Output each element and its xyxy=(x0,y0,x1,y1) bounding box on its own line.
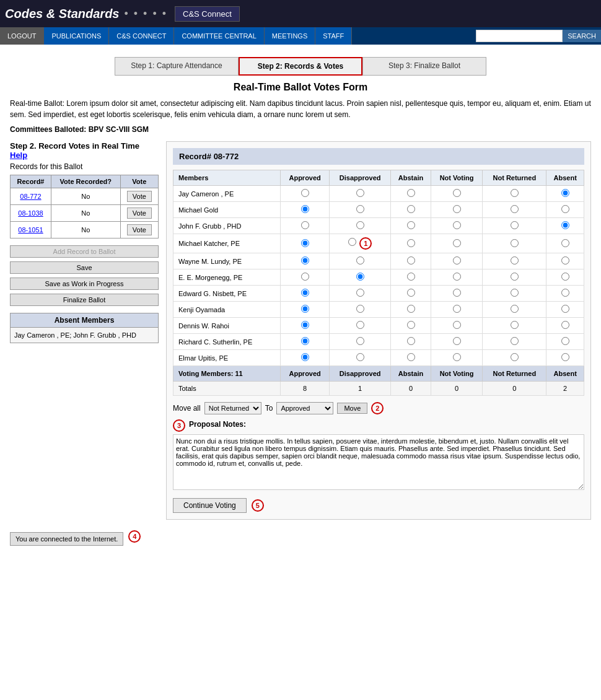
radio-absent[interactable] xyxy=(546,302,584,318)
radio-not-voting[interactable] xyxy=(431,186,483,202)
continue-voting-button[interactable]: Continue Voting xyxy=(173,498,247,513)
finalize-ballot-button[interactable]: Finalize Ballot xyxy=(10,294,159,306)
radio-abstain[interactable] xyxy=(391,350,431,366)
nav-logout[interactable]: LOGOUT xyxy=(0,27,44,45)
radio-abstain[interactable] xyxy=(391,269,431,286)
radio-approved[interactable] xyxy=(281,269,330,286)
radio-not-voting[interactable] xyxy=(431,253,483,269)
radio-not-voting[interactable] xyxy=(431,202,483,218)
radio-abstain[interactable] xyxy=(391,286,431,302)
radio-approved[interactable] xyxy=(281,253,330,269)
radio-approved[interactable] xyxy=(281,334,330,350)
radio-absent[interactable] xyxy=(546,350,584,366)
radio-disapproved[interactable] xyxy=(330,186,391,202)
search-input[interactable] xyxy=(476,30,563,42)
radio-absent[interactable] xyxy=(546,202,584,218)
move-button[interactable]: Move xyxy=(337,403,367,414)
radio-not-voting[interactable] xyxy=(431,318,483,334)
nav-staff[interactable]: STAFF xyxy=(315,27,352,45)
add-record-button[interactable]: Add Record to Ballot xyxy=(10,245,159,258)
radio-disapproved[interactable] xyxy=(330,269,391,286)
radio-not-voting[interactable] xyxy=(431,350,483,366)
proposal-notes-textarea[interactable]: Nunc non dui a risus tristique mollis. I… xyxy=(173,434,584,490)
nav-committee-central[interactable]: COMMITTEE CENTRAL xyxy=(174,27,264,45)
vote-button-08-1051[interactable]: Vote xyxy=(127,224,152,235)
radio-not-voting[interactable] xyxy=(431,302,483,318)
vote-button-08-772[interactable]: Vote xyxy=(127,191,152,202)
radio-absent[interactable] xyxy=(546,234,584,253)
radio-disapproved[interactable] xyxy=(330,318,391,334)
table-row: 08-1051 No Vote xyxy=(11,222,159,238)
record-link-08-1051[interactable]: 08-1051 xyxy=(11,222,51,238)
nav-publications[interactable]: PUBLICATIONS xyxy=(44,27,109,45)
save-wip-button[interactable]: Save as Work in Progress xyxy=(10,278,159,290)
record-link-08-772[interactable]: 08-772 xyxy=(11,188,51,205)
radio-not-returned[interactable] xyxy=(483,302,546,318)
radio-not-voting[interactable] xyxy=(431,286,483,302)
radio-absent[interactable] xyxy=(546,218,584,234)
radio-disapproved[interactable] xyxy=(330,334,391,350)
radio-not-returned[interactable] xyxy=(483,253,546,269)
radio-not-returned[interactable] xyxy=(483,350,546,366)
radio-abstain[interactable] xyxy=(391,202,431,218)
radio-disapproved[interactable] xyxy=(330,253,391,269)
radio-disapproved[interactable] xyxy=(330,202,391,218)
radio-abstain[interactable] xyxy=(391,302,431,318)
radio-not-returned[interactable] xyxy=(483,202,546,218)
radio-not-voting[interactable] xyxy=(431,334,483,350)
record-link-08-1038[interactable]: 08-1038 xyxy=(11,205,51,222)
radio-approved[interactable] xyxy=(281,218,330,234)
step1-tab[interactable]: Step 1: Capture Attendance xyxy=(115,57,239,76)
vote-recorded-08-772: No xyxy=(51,188,120,205)
radio-not-voting[interactable] xyxy=(431,234,483,253)
radio-approved[interactable] xyxy=(281,318,330,334)
save-button[interactable]: Save xyxy=(10,261,159,274)
radio-abstain[interactable] xyxy=(391,334,431,350)
radio-abstain[interactable] xyxy=(391,218,431,234)
radio-disapproved[interactable] xyxy=(330,350,391,366)
help-link[interactable]: Help xyxy=(10,151,27,160)
total-not-voting: 0 xyxy=(431,382,483,396)
radio-absent[interactable] xyxy=(546,186,584,202)
radio-approved[interactable] xyxy=(281,302,330,318)
radio-approved[interactable] xyxy=(281,286,330,302)
radio-absent[interactable] xyxy=(546,318,584,334)
vote-button-08-1038[interactable]: Vote xyxy=(127,208,152,219)
total-not-returned: 0 xyxy=(483,382,546,396)
radio-abstain[interactable] xyxy=(391,318,431,334)
cs-connect-button[interactable]: C&S Connect xyxy=(175,6,240,22)
radio-disapproved[interactable] xyxy=(330,218,391,234)
col-record: Record# xyxy=(11,175,51,188)
radio-not-returned[interactable] xyxy=(483,234,546,253)
radio-disapproved[interactable] xyxy=(330,302,391,318)
nav-meetings[interactable]: MEETINGS xyxy=(265,27,315,45)
radio-abstain[interactable] xyxy=(391,253,431,269)
radio-absent[interactable] xyxy=(546,253,584,269)
radio-not-returned[interactable] xyxy=(483,218,546,234)
radio-not-returned[interactable] xyxy=(483,269,546,286)
radio-disapproved[interactable] xyxy=(330,286,391,302)
radio-not-returned[interactable] xyxy=(483,286,546,302)
radio-not-returned[interactable] xyxy=(483,334,546,350)
table-row: John F. Grubb , PHD xyxy=(173,218,584,234)
nav-cs-connect[interactable]: C&S CONNECT xyxy=(109,27,174,45)
radio-approved[interactable] xyxy=(281,234,330,253)
radio-abstain[interactable] xyxy=(391,234,431,253)
radio-abstain[interactable] xyxy=(391,186,431,202)
radio-disapproved[interactable]: 1 xyxy=(330,234,391,253)
radio-not-returned[interactable] xyxy=(483,318,546,334)
search-button[interactable]: SEARCH xyxy=(563,30,601,42)
radio-approved[interactable] xyxy=(281,186,330,202)
step3-tab[interactable]: Step 3: Finalize Ballot xyxy=(362,57,486,76)
radio-not-voting[interactable] xyxy=(431,218,483,234)
radio-not-voting[interactable] xyxy=(431,269,483,286)
radio-approved[interactable] xyxy=(281,350,330,366)
move-all-from-select[interactable]: Not Returned Approved Disapproved Abstai… xyxy=(204,402,261,414)
radio-absent[interactable] xyxy=(546,286,584,302)
radio-absent[interactable] xyxy=(546,334,584,350)
move-all-to-select[interactable]: Approved Disapproved Abstain Not Voting … xyxy=(276,402,333,414)
radio-approved[interactable] xyxy=(281,202,330,218)
step2-tab[interactable]: Step 2: Records & Votes xyxy=(239,57,362,76)
radio-not-returned[interactable] xyxy=(483,186,546,202)
radio-absent[interactable] xyxy=(546,269,584,286)
